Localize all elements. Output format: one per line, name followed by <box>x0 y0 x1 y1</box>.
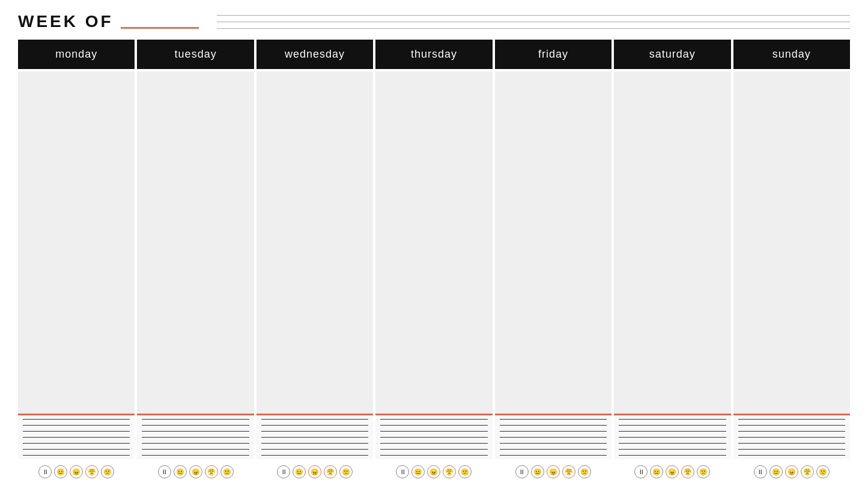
sunday-mood-5[interactable]: 🙁 <box>816 465 830 478</box>
friday-line-1 <box>500 419 607 420</box>
monday-mood-row: ⏸ 😐 😠 😤 🙁 <box>18 459 135 482</box>
tuesday-line-6 <box>142 449 249 450</box>
wednesday-mood-4[interactable]: 😤 <box>324 465 337 478</box>
wednesday-lines-area[interactable] <box>256 415 373 459</box>
saturday-lines-area[interactable] <box>614 415 730 459</box>
thursday-mood-row: ⏸ 😐 😠 😤 🙁 <box>375 459 492 482</box>
monday-mood-1[interactable]: ⏸ <box>38 465 52 478</box>
thursday-mood-3[interactable]: 😠 <box>427 465 440 478</box>
sunday-mood-2[interactable]: 😐 <box>769 465 783 478</box>
tuesday-line-4 <box>142 437 249 438</box>
tuesday-mood-row: ⏸ 😐 😠 😤 🙁 <box>137 459 253 482</box>
sunday-mood-4[interactable]: 😤 <box>801 465 814 478</box>
monday-mood-4[interactable]: 😤 <box>85 465 99 478</box>
wednesday-mood-1[interactable]: ⏸ <box>277 465 290 478</box>
sunday-top-area[interactable] <box>733 71 850 414</box>
tuesday-top-area[interactable] <box>137 71 253 414</box>
tuesday-mood-3[interactable]: 😠 <box>189 465 202 478</box>
wednesday-mood-2[interactable]: 😐 <box>293 465 306 478</box>
monday-line-6 <box>23 449 130 450</box>
thursday-mood-4[interactable]: 😤 <box>443 465 456 478</box>
thursday-mood-5[interactable]: 🙁 <box>458 465 472 478</box>
sunday-line-5 <box>738 443 845 444</box>
friday-lines-area[interactable] <box>495 415 612 459</box>
wednesday-mood-5[interactable]: 🙁 <box>339 465 353 478</box>
saturday-mood-4[interactable]: 😤 <box>681 465 694 478</box>
friday-mood-3[interactable]: 😠 <box>547 465 560 478</box>
saturday-mood-3[interactable]: 😠 <box>666 465 679 478</box>
friday-mood-4[interactable]: 😤 <box>562 465 575 478</box>
monday-mood-5[interactable]: 🙁 <box>101 465 114 478</box>
wednesday-line-1 <box>261 419 368 420</box>
sunday-lines-area[interactable] <box>733 415 850 459</box>
thursday-mood-1[interactable]: ⏸ <box>396 465 409 478</box>
monday-mood-2[interactable]: 😐 <box>54 465 67 478</box>
saturday-line-1 <box>619 419 726 420</box>
tuesday-lines-area[interactable] <box>137 415 253 459</box>
friday-line-5 <box>500 443 607 444</box>
tuesday-line-3 <box>142 431 249 432</box>
saturday-line-2 <box>619 425 726 426</box>
day-header-saturday: saturday <box>614 40 730 69</box>
wednesday-line-6 <box>261 449 368 450</box>
saturday-mood-1[interactable]: ⏸ <box>634 465 648 478</box>
sunday-line-7 <box>738 455 845 456</box>
week-of-underline <box>121 27 199 29</box>
tuesday-mood-4[interactable]: 😤 <box>205 465 218 478</box>
friday-line-6 <box>500 449 607 450</box>
day-column-sunday: ⏸ 😐 😠 😤 🙁 <box>733 71 850 482</box>
day-header-sunday: sunday <box>733 40 850 69</box>
day-column-tuesday: ⏸ 😐 😠 😤 🙁 <box>137 71 253 482</box>
day-column-monday: ⏸ 😐 😠 😤 🙁 <box>18 71 135 482</box>
tuesday-mood-5[interactable]: 🙁 <box>220 465 234 478</box>
monday-line-1 <box>23 419 130 420</box>
tuesday-line-7 <box>142 455 249 456</box>
sunday-mood-1[interactable]: ⏸ <box>754 465 767 478</box>
sunday-mood-3[interactable]: 😠 <box>785 465 798 478</box>
monday-line-7 <box>23 455 130 456</box>
monday-mood-3[interactable]: 😠 <box>70 465 83 478</box>
monday-lines-area[interactable] <box>18 415 135 459</box>
tuesday-mood-1[interactable]: ⏸ <box>158 465 171 478</box>
friday-line-3 <box>500 431 607 432</box>
tuesday-line-5 <box>142 443 249 444</box>
thursday-line-2 <box>380 425 487 426</box>
day-column-friday: ⏸ 😐 😠 😤 🙁 <box>495 71 612 482</box>
monday-line-2 <box>23 425 130 426</box>
thursday-top-area[interactable] <box>375 71 492 414</box>
sunday-line-3 <box>738 431 845 432</box>
friday-mood-2[interactable]: 😐 <box>531 465 544 478</box>
tuesday-mood-2[interactable]: 😐 <box>174 465 187 478</box>
thursday-line-6 <box>380 449 487 450</box>
sunday-line-6 <box>738 449 845 450</box>
tuesday-line-1 <box>142 419 249 420</box>
wednesday-line-2 <box>261 425 368 426</box>
friday-mood-1[interactable]: ⏸ <box>515 465 529 478</box>
wednesday-mood-3[interactable]: 😠 <box>308 465 321 478</box>
friday-mood-5[interactable]: 🙁 <box>578 465 591 478</box>
thursday-line-7 <box>380 455 487 456</box>
friday-line-4 <box>500 437 607 438</box>
day-header-friday: friday <box>495 40 612 69</box>
saturday-mood-2[interactable]: 😐 <box>650 465 663 478</box>
day-header-tuesday: tuesday <box>137 40 253 69</box>
friday-line-7 <box>500 455 607 456</box>
wednesday-line-4 <box>261 437 368 438</box>
monday-top-area[interactable] <box>18 71 135 414</box>
monday-line-4 <box>23 437 130 438</box>
saturday-top-area[interactable] <box>614 71 730 414</box>
wednesday-top-area[interactable] <box>256 71 373 414</box>
weekly-calendar: monday tuesday wednesday thursday friday… <box>18 40 850 482</box>
saturday-mood-5[interactable]: 🙁 <box>697 465 710 478</box>
thursday-lines-area[interactable] <box>375 415 492 459</box>
friday-top-area[interactable] <box>495 71 612 414</box>
wednesday-line-5 <box>261 443 368 444</box>
monday-line-3 <box>23 431 130 432</box>
day-column-saturday: ⏸ 😐 😠 😤 🙁 <box>614 71 730 482</box>
friday-mood-row: ⏸ 😐 😠 😤 🙁 <box>495 459 612 482</box>
days-header-row: monday tuesday wednesday thursday friday… <box>18 40 850 69</box>
day-header-monday: monday <box>18 40 135 69</box>
wednesday-line-7 <box>261 455 368 456</box>
thursday-mood-2[interactable]: 😐 <box>411 465 425 478</box>
header-lines <box>217 15 850 29</box>
